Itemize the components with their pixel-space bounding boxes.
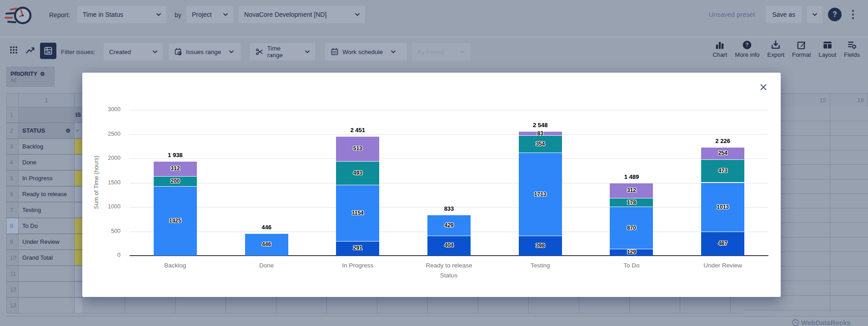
expand-column-icon[interactable]: > (74, 123, 83, 138)
y-tick-label: 2500 (95, 131, 120, 137)
row-number-cell: 2 (6, 123, 19, 138)
more-info-button[interactable]: ?More info (735, 40, 759, 58)
trend-icon (25, 45, 35, 55)
issues-range-button[interactable]: Issues range (169, 43, 241, 60)
work-schedule-label: Work schedule (342, 49, 383, 55)
segment-value-label: 200 (154, 178, 197, 184)
layout-button[interactable]: Layout (818, 40, 836, 58)
chevron-down-icon (460, 50, 465, 53)
export-icon (771, 40, 781, 50)
scissors-icon (256, 48, 263, 56)
row-number-cell: 3 (6, 138, 19, 154)
watermark-logo-icon (792, 319, 799, 326)
grid-icon (9, 45, 18, 54)
bar-total-label: 1 938 (148, 152, 202, 158)
pivot-view-button[interactable] (40, 43, 56, 59)
more-info-icon: ? (742, 40, 752, 50)
layout-label: Layout (818, 51, 836, 58)
value-strip-cell (74, 218, 83, 234)
svg-text:?: ? (746, 42, 749, 48)
value-strip-cell (74, 234, 83, 250)
app-root: Report: Time in Status by Project NovaCo… (0, 0, 868, 326)
chart-label: Chart (713, 51, 728, 58)
segment-value-label: 1013 (701, 204, 744, 210)
table-row-label[interactable]: Backlog (18, 138, 75, 154)
overflow-menu-button[interactable] (847, 6, 859, 23)
table-row-label[interactable]: Under Review (18, 234, 75, 250)
row-number-cell: 7 (6, 202, 19, 218)
project-select[interactable]: NovaCore Development [ND] (239, 6, 365, 23)
column-header-1[interactable]: 1 (18, 93, 75, 107)
grid-view-button[interactable] (7, 44, 20, 56)
table-row-label[interactable]: To Do (18, 218, 75, 234)
segment-value-label: 291 (336, 245, 379, 251)
bar-total-label: 2 226 (696, 138, 750, 144)
watermark-label: WebDataRocks (801, 319, 851, 326)
toolbar-actions: Chart?More infoExportFormatLayoutFields (713, 40, 860, 58)
pivot-bottom-edge (6, 313, 868, 316)
filter-issues-value: Created (109, 49, 131, 55)
segment-value-label: 1713 (519, 191, 562, 198)
chevron-down-icon (391, 50, 396, 53)
segment-value-label: 354 (519, 141, 562, 147)
save-as-button[interactable]: Save as (766, 6, 802, 23)
save-as-dropdown-button[interactable] (807, 6, 823, 23)
bar-total-label: 2 548 (513, 122, 567, 128)
chart-view-button[interactable] (24, 44, 37, 57)
export-button[interactable]: Export (768, 40, 785, 58)
by-label: by (175, 11, 181, 19)
preset-status: Unsaved preset (709, 11, 755, 18)
chevron-down-icon (305, 50, 310, 53)
gridline (130, 183, 768, 183)
row-number-cell: 10 (6, 250, 19, 266)
bar-total-label: 2 451 (331, 127, 385, 133)
table-row-label[interactable]: Done (18, 154, 75, 170)
value-strip-cell (74, 202, 83, 218)
issue-header-clipped: IS (74, 107, 83, 123)
y-tick-label: 0 (95, 252, 120, 258)
gear-icon[interactable]: ⚙ (65, 128, 70, 134)
work-schedule-button[interactable]: Work schedule (325, 43, 407, 60)
gear-icon[interactable]: ⚙ (40, 71, 45, 77)
question-icon: ? (833, 10, 837, 19)
chart-button[interactable]: Chart (713, 40, 728, 58)
row-number-cell: 4 (6, 154, 19, 170)
segment-value-label: 312 (154, 165, 197, 172)
x-category-label: Backlog (136, 262, 214, 269)
value-strip-cell (74, 297, 83, 313)
fields-button[interactable]: Fields (844, 40, 860, 58)
table-row-label[interactable]: In Progress (18, 170, 75, 186)
table-row-empty (18, 282, 75, 297)
value-strip-cell (74, 266, 83, 282)
priority-header-cell[interactable]: PRIORITY⚙ All (6, 67, 55, 87)
by-period-select[interactable]: By Period (412, 43, 470, 60)
report-select[interactable]: Time in Status (77, 6, 166, 23)
table-row-label[interactable]: Grand Total (18, 250, 75, 266)
segment-value-label: 513 (336, 145, 379, 152)
priority-header-label: PRIORITY⚙ (10, 71, 45, 77)
table-row-label[interactable]: Testing (18, 202, 75, 218)
x-category-label: Testing (502, 262, 579, 269)
column-header-strip (74, 93, 83, 107)
segment-value-label: 83 (519, 130, 562, 137)
table-row-label[interactable]: Ready to release (18, 186, 75, 202)
segment-value-label: 129 (610, 249, 653, 255)
status-header-cell[interactable]: STATUS⚙ (18, 123, 75, 138)
y-tick-label: 1500 (95, 179, 120, 186)
time-range-button[interactable]: Time range (250, 43, 315, 60)
format-button[interactable]: Format (792, 40, 811, 58)
y-tick-label: 2000 (95, 155, 120, 161)
x-category-label: In Progress (319, 262, 396, 269)
format-icon (797, 40, 807, 50)
webdatarocks-watermark[interactable]: WebDataRocks (792, 319, 851, 326)
filter-issues-select[interactable]: Created (104, 43, 163, 60)
group-by-select[interactable]: Project (186, 6, 233, 23)
app-logo (4, 2, 34, 29)
column-header-16[interactable]: 16 (830, 93, 868, 107)
help-button[interactable]: ? (828, 8, 842, 21)
y-tick-label: 1000 (95, 203, 120, 210)
filter-issues-label: Filter issues: (61, 49, 95, 55)
calendar-icon (331, 48, 339, 56)
chevron-down-icon (229, 50, 234, 53)
segment-value-label: 398 (519, 242, 562, 249)
